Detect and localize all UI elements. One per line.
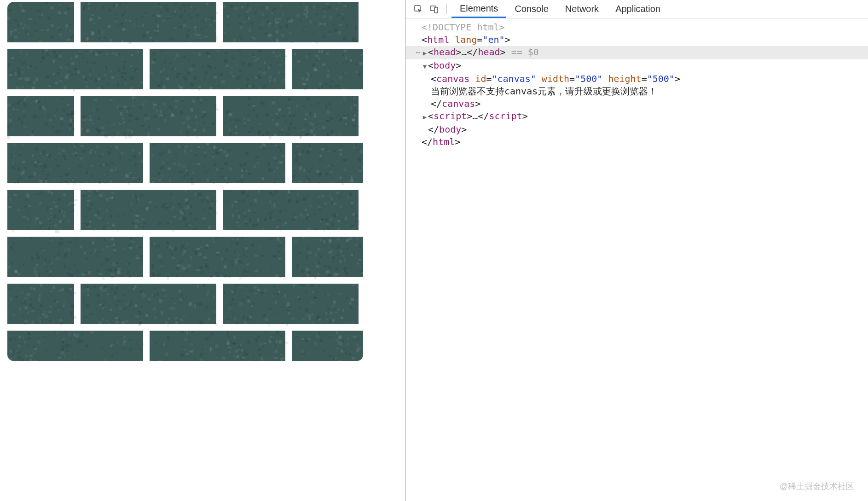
tab-application[interactable]: Application [607, 0, 669, 18]
code-line[interactable]: ▶ <script>…</script> [406, 110, 868, 123]
expand-collapse-icon[interactable]: ▼ [422, 60, 428, 73]
expand-collapse-icon[interactable]: ▶ [422, 47, 428, 59]
doctype-text: <!DOCTYPE html> [422, 21, 505, 34]
inspect-icon[interactable] [411, 0, 426, 18]
devtools-tabbar: Elements Console Network Application [406, 0, 868, 18]
brick-canvas [7, 2, 363, 361]
canvas-fallback-text: 当前浏览器不支持canvas元素，请升级或更换浏览器！ [431, 85, 657, 98]
code-line[interactable]: <!DOCTYPE html> [406, 21, 868, 34]
expand-collapse-icon[interactable]: ▶ [422, 111, 428, 123]
elements-tree[interactable]: <!DOCTYPE html> <html lang="en"> ⋯ ▶ <he… [406, 18, 868, 501]
tab-network[interactable]: Network [557, 0, 607, 18]
page-preview-pane [0, 0, 405, 501]
canvas-output [7, 2, 363, 361]
code-line[interactable]: 当前浏览器不支持canvas元素，请升级或更换浏览器！ [406, 85, 868, 98]
devtools-panel: Elements Console Network Application <!D… [406, 0, 868, 501]
code-line[interactable]: </html> [406, 136, 868, 148]
code-line[interactable]: </canvas> [406, 98, 868, 110]
tab-console[interactable]: Console [506, 0, 556, 18]
code-line[interactable]: ▼ <body> [406, 59, 868, 73]
code-line[interactable]: <html lang="en"> [406, 34, 868, 46]
code-line[interactable]: <canvas id="canvas" width="500" height="… [406, 73, 868, 85]
device-toolbar-icon[interactable] [426, 0, 442, 18]
code-line-selected[interactable]: ⋯ ▶ <head>…</head> == $0 [406, 46, 868, 59]
svg-rect-2 [434, 7, 438, 13]
watermark-text: @稀土掘金技术社区 [780, 481, 854, 492]
line-prefix-dots-icon: ⋯ [412, 46, 421, 58]
tab-elements[interactable]: Elements [451, 0, 506, 18]
tabbar-separator [446, 4, 447, 14]
code-line[interactable]: </body> [406, 123, 868, 136]
